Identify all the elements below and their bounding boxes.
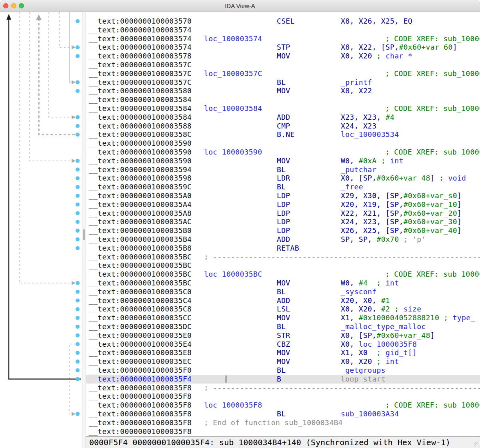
listing-line[interactable]: __text:0000000100003584 — [86, 95, 480, 104]
mnemonic-field: ADD — [277, 113, 290, 122]
listing-line[interactable]: __text:0000000100003570CSELX8, X26, X25,… — [86, 17, 480, 26]
listing-line[interactable]: __text:0000000100003594BL_putchar — [86, 165, 480, 174]
panel-scrollbar-thumb[interactable] — [83, 229, 85, 240]
label-field: loc_100003584 — [204, 104, 262, 113]
label-field: loc_1000035F8 — [204, 401, 262, 410]
operands-field: X26, X25, [SP,#0x60+var_40] — [341, 226, 462, 235]
address-field: __text:00000001000035A4 — [89, 200, 192, 209]
instruction-dot — [76, 325, 80, 329]
mnemonic-field: ADD — [277, 296, 290, 305]
mnemonic-field: LDR — [277, 174, 290, 183]
mnemonic-field: B — [277, 375, 281, 384]
listing-line[interactable]: __text:00000001000035CCMOVX1, #0x1000040… — [86, 313, 480, 322]
listing-line[interactable]: __text:00000001000035F8; ---------------… — [86, 384, 480, 392]
listing-line[interactable]: __text:00000001000035B4ADDSP, SP, #0x70 … — [86, 235, 480, 244]
address-field: __text:00000001000035F8 — [89, 410, 192, 418]
address-field: __text:0000000100003590 — [89, 139, 192, 148]
listing-line[interactable]: __text:000000010000357C — [86, 60, 480, 69]
instruction-dot — [76, 159, 80, 163]
address-field: __text:00000001000035F8 — [89, 401, 192, 410]
arrows-panel-container — [0, 12, 82, 448]
listing-line[interactable]: __text:0000000100003588CMPX24, X23 — [86, 122, 480, 131]
listing-line[interactable]: __text:00000001000035E8MOVX1, X0 ; gid_t… — [86, 348, 480, 357]
instruction-dot — [76, 133, 80, 137]
listing-line[interactable]: __text:000000010000357Cloc_10000357C; CO… — [86, 69, 480, 78]
listing-line[interactable]: __text:00000001000035BC; ---------------… — [86, 253, 480, 261]
listing-line[interactable]: __text:00000001000035B0LDPX26, X25, [SP,… — [86, 226, 480, 235]
arrowhead-loc-100003574 — [72, 45, 76, 49]
listing-line[interactable]: __text:00000001000035C0BL_sysconf — [86, 287, 480, 296]
label-field: loc_100003590 — [204, 148, 262, 157]
mnemonic-field: CMP — [277, 122, 290, 131]
mnemonic-field: LDP — [277, 191, 290, 200]
operands-field: _putchar — [341, 165, 377, 174]
operands-field: X8, X22 — [341, 86, 372, 95]
jump-arrows-panel — [0, 12, 82, 448]
listing-line[interactable]: __text:00000001000035F8 — [86, 427, 480, 436]
listing-line[interactable]: __text:0000000100003590loc_100003590; CO… — [86, 148, 480, 157]
listing-line[interactable]: __text:00000001000035C8LSLX0, X20, #2 ; … — [86, 305, 480, 313]
listing-line[interactable]: __text:00000001000035BC — [86, 261, 480, 270]
listing-line[interactable]: __text:00000001000035F8BLsub_100003A34 — [86, 410, 480, 418]
mnemonic-field: LDP — [277, 226, 290, 235]
address-field: __text:00000001000035DC — [89, 322, 192, 331]
listing-line[interactable]: __text:0000000100003574 — [86, 26, 480, 34]
listing-line[interactable]: __text:00000001000035A4LDPX20, X19, [SP,… — [86, 200, 480, 209]
listing-line[interactable]: __text:000000010000357CBL_printf — [86, 78, 480, 87]
instruction-dot — [76, 333, 80, 338]
listing-line[interactable]: __text:00000001000035A0LDPX29, X30, [SP,… — [86, 191, 480, 200]
listing-line[interactable]: __text:0000000100003574STPX8, X22, [SP,#… — [86, 43, 480, 52]
arrowhead-loc-100003584 — [72, 115, 76, 119]
mnemonic-field: ADD — [277, 235, 290, 244]
mnemonic-field: BL — [277, 366, 286, 375]
address-field: __text:00000001000035B4 — [89, 235, 192, 244]
instruction-dot — [76, 115, 80, 119]
label-field: ; --------------------------------------… — [204, 384, 480, 392]
operands-field: _sysconf — [341, 287, 377, 296]
arrowhead-up-current — [6, 14, 11, 20]
listing-line[interactable]: __text:0000000100003590MOVW0, #0xA ; int — [86, 157, 480, 165]
listing-line[interactable]: __text:000000010000359CBL_free — [86, 183, 480, 191]
listing-line[interactable]: __text:00000001000035E0STRX0, [SP,#0x60+… — [86, 331, 480, 340]
operands-field: X0, loc_1000035F8 — [341, 340, 417, 349]
mnemonic-field: MOV — [277, 52, 290, 60]
listing-line[interactable]: __text:0000000100003574loc_100003574; CO… — [86, 34, 480, 43]
jump-line-to-loc-1000035BC — [19, 12, 71, 283]
xref-comment: ; CODE XREF: sub_10000 — [385, 401, 480, 410]
listing-line[interactable]: __text:0000000100003584ADDX23, X23, #4 — [86, 113, 480, 122]
title-bar: IDA View-A — [0, 0, 480, 12]
mnemonic-field: MOV — [277, 157, 290, 165]
instruction-dot — [76, 246, 80, 250]
listing-line[interactable]: __text:0000000100003598LDRX0, [SP,#0x60+… — [86, 174, 480, 183]
address-field: __text:0000000100003584 — [89, 104, 192, 113]
listing-line[interactable]: __text:00000001000035BCMOVW0, #4 ; int — [86, 279, 480, 287]
instruction-dot — [76, 194, 80, 198]
mnemonic-field: STP — [277, 43, 290, 52]
listing-line[interactable]: __text:00000001000035DCBL_malloc_type_ma… — [86, 322, 480, 331]
listing-line[interactable]: __text:00000001000035F8 — [86, 392, 480, 401]
instruction-dot — [76, 89, 80, 93]
listing-line[interactable]: __text:0000000100003578MOVX0, X20 ; char… — [86, 52, 480, 60]
listing-line[interactable]: __text:000000010000358CB.NEloc_100003534 — [86, 130, 480, 139]
listing-line[interactable]: __text:00000001000035BCloc_1000035BC; CO… — [86, 270, 480, 279]
operands-field: X24, X23, [SP,#0x60+var_30] — [341, 217, 462, 226]
listing-line[interactable]: __text:0000000100003590 — [86, 139, 480, 148]
operands-field: X1, X0 ; gid_t[] — [341, 348, 417, 357]
address-field: __text:00000001000035F8 — [89, 384, 192, 392]
listing-line[interactable]: __text:00000001000035A8LDPX22, X21, [SP,… — [86, 209, 480, 218]
listing-line-current[interactable]: __text:00000001000035F4Bloop_start — [86, 375, 480, 384]
operands-field: loop_start — [341, 375, 386, 384]
listing-line[interactable]: __text:00000001000035E4CBZX0, loc_100003… — [86, 340, 480, 349]
listing-line[interactable]: __text:00000001000035ACLDPX24, X23, [SP,… — [86, 217, 480, 226]
listing-line[interactable]: __text:0000000100003584loc_100003584; CO… — [86, 104, 480, 113]
listing-line[interactable]: __text:0000000100003580MOVX8, X22 — [86, 86, 480, 95]
listing-line[interactable]: __text:00000001000035ECMOVX0, X20 ; int — [86, 357, 480, 366]
listing-line[interactable]: __text:00000001000035C4ADDX20, X0, #1 — [86, 296, 480, 305]
instruction-dot — [76, 229, 80, 233]
address-field: __text:00000001000035F8 — [89, 392, 192, 401]
listing-line[interactable]: __text:00000001000035F0BL_getgroups — [86, 366, 480, 375]
resize-grip-icon[interactable] — [474, 442, 479, 447]
listing-line[interactable]: __text:00000001000035F8; End of function… — [86, 418, 480, 427]
listing-line[interactable]: __text:00000001000035F8loc_1000035F8; CO… — [86, 401, 480, 410]
listing-line[interactable]: __text:00000001000035B8RETAB — [86, 244, 480, 253]
